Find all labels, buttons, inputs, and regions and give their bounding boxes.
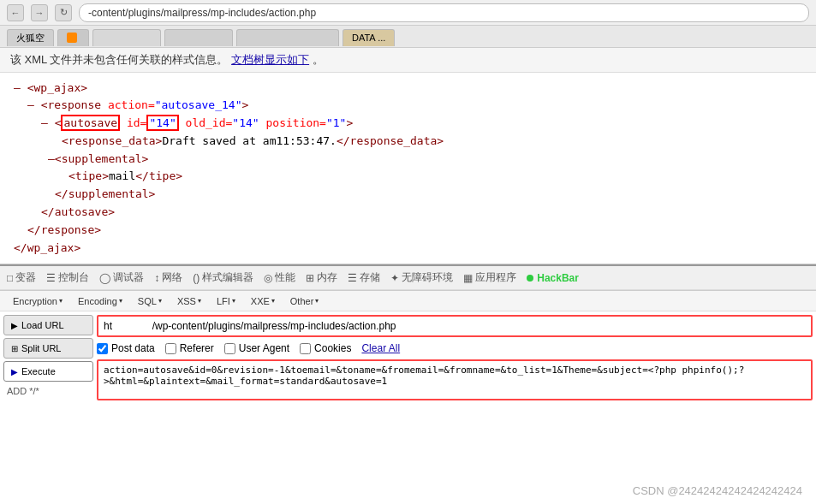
refresh-button[interactable]: ↻ xyxy=(55,4,72,21)
devtools-icon-perf[interactable]: ◎ 性能 xyxy=(264,270,295,285)
hackbar-menu-encryption[interactable]: Encryption ▾ xyxy=(7,294,68,308)
tab-1[interactable]: 火狐空 xyxy=(7,29,54,46)
hackbar-label-text: HackBar xyxy=(537,272,579,284)
cookies-checkbox-label[interactable]: Cookies xyxy=(300,342,351,354)
tab-data-label: DATA ... xyxy=(352,33,385,43)
hackbar-body: ▶ Load URL ⊞ Split URL ▶ Execute ADD */*… xyxy=(0,311,816,404)
forward-button[interactable]: → xyxy=(31,4,48,21)
xml-line-3: – <autosave id="14" old_id="14" position… xyxy=(14,115,802,133)
hackbar-menu-bar: Encryption ▾ Encoding ▾ SQL ▾ XSS ▾ LFI … xyxy=(0,291,816,311)
encryption-arrow-icon: ▾ xyxy=(59,297,63,305)
execute-play-icon: ▶ xyxy=(11,367,18,377)
xml-line-5: –<supplemental> xyxy=(14,151,802,169)
cookies-checkbox[interactable] xyxy=(300,343,311,354)
hackbar-menu-other[interactable]: Other ▾ xyxy=(284,294,325,308)
load-url-button[interactable]: ▶ Load URL xyxy=(3,315,93,335)
lfi-arrow-icon: ▾ xyxy=(232,297,235,305)
devtools-icon-debugger[interactable]: ◯ 调试器 xyxy=(99,270,144,285)
sql-arrow-icon: ▾ xyxy=(158,297,162,305)
referer-checkbox-label[interactable]: Referer xyxy=(165,342,214,354)
load-url-icon: ▶ xyxy=(11,321,18,330)
xss-arrow-icon: ▾ xyxy=(198,297,201,305)
xml-line-1: – <wp_ajax> xyxy=(14,80,802,98)
devtools-icon-inspector[interactable]: □ 变器 xyxy=(7,270,36,285)
tab-2[interactable] xyxy=(57,29,89,46)
postdata-label: Post data xyxy=(111,342,155,354)
execute-label: Execute xyxy=(21,366,56,377)
back-button[interactable]: ← xyxy=(7,4,24,21)
clear-all-button[interactable]: Clear All xyxy=(361,342,400,354)
xml-info-bar: 该 XML 文件并未包含任何关联的样式信息。 文档树显示如下 。 xyxy=(0,48,816,73)
cookies-label: Cookies xyxy=(314,342,351,354)
hackbar-menu-xss[interactable]: XSS ▾ xyxy=(171,294,207,308)
devtools-icon-style[interactable]: () 样式编辑器 xyxy=(193,270,253,285)
hackbar-dot-icon xyxy=(527,275,533,282)
browser-chrome: ← → ↻ -content/plugins/mailpress/mp-incl… xyxy=(0,0,816,26)
checkbox-row: Post data Referer User Agent Cookies Cle… xyxy=(97,341,813,356)
tab-label: 火狐空 xyxy=(16,32,45,44)
xxe-arrow-icon: ▾ xyxy=(271,297,275,305)
hackbar-menu-encoding[interactable]: Encoding ▾ xyxy=(72,294,128,308)
useragent-checkbox[interactable] xyxy=(224,343,235,354)
hackbar-tab[interactable]: HackBar xyxy=(527,272,579,284)
tab-3[interactable] xyxy=(92,29,161,46)
xml-content: – <wp_ajax> – <response action="autosave… xyxy=(0,73,816,265)
hackbar-right-panel: Post data Referer User Agent Cookies Cle… xyxy=(97,315,813,400)
hackbar-menu-sql[interactable]: SQL ▾ xyxy=(132,294,168,308)
xml-line-9: </response> xyxy=(14,222,802,240)
hackbar-menu-xxe[interactable]: XXE ▾ xyxy=(245,294,281,308)
xml-line-2: – <response action="autosave_14"> xyxy=(14,97,802,115)
tab-bar: 火狐空 DATA ... xyxy=(0,26,816,48)
useragent-checkbox-label[interactable]: User Agent xyxy=(224,342,289,354)
devtools-bar: □ 变器 ☰ 控制台 ◯ 调试器 ↕ 网络 () 样式编辑器 ◎ 性能 ⊞ 内存… xyxy=(0,264,816,290)
url-input[interactable] xyxy=(97,315,813,337)
xml-line-8: </autosave> xyxy=(14,204,802,222)
xml-line-10: </wp_ajax> xyxy=(14,240,802,258)
tab-5[interactable] xyxy=(236,29,339,46)
devtools-icon-a11y[interactable]: ✦ 无障碍环境 xyxy=(390,270,453,285)
xml-info-message: 该 XML 文件并未包含任何关联的样式信息。 xyxy=(10,53,228,66)
split-url-button[interactable]: ⊞ Split URL xyxy=(3,338,93,359)
tab-4[interactable] xyxy=(164,29,233,46)
xml-info-link[interactable]: 文档树显示如下 xyxy=(231,53,309,66)
devtools-icon-console[interactable]: ☰ 控制台 xyxy=(46,270,89,285)
devtools-icon-app[interactable]: ▦ 应用程序 xyxy=(463,270,516,285)
split-url-label: Split URL xyxy=(21,343,61,353)
xml-line-6: <tipe>mail</tipe> xyxy=(14,168,802,186)
xml-info-suffix: 。 xyxy=(313,53,324,66)
tab-data[interactable]: DATA ... xyxy=(342,29,395,46)
devtools-icon-storage[interactable]: ☰ 存储 xyxy=(348,270,380,285)
execute-button[interactable]: ▶ Execute xyxy=(3,361,93,382)
post-data-textarea[interactable]: action=autosave&id=0&revision=-1&toemail… xyxy=(97,359,813,400)
watermark: CSDN @24242424242424242424 xyxy=(633,484,802,497)
hackbar-left-panel: ▶ Load URL ⊞ Split URL ▶ Execute ADD */* xyxy=(3,315,93,400)
hackbar-menu-lfi[interactable]: LFI ▾ xyxy=(211,294,241,308)
devtools-icon-network[interactable]: ↕ 网络 xyxy=(154,270,182,285)
address-bar[interactable]: -content/plugins/mailpress/mp-includes/a… xyxy=(79,3,809,22)
referer-checkbox[interactable] xyxy=(165,343,176,354)
split-url-icon: ⊞ xyxy=(11,344,18,353)
encoding-arrow-icon: ▾ xyxy=(119,297,122,305)
devtools-icon-memory[interactable]: ⊞ 内存 xyxy=(306,270,337,285)
add-label: ADD */* xyxy=(3,384,93,398)
load-url-label: Load URL xyxy=(21,320,64,330)
referer-label: Referer xyxy=(180,342,214,354)
xml-line-4: <response_data>Draft saved at am11:53:47… xyxy=(14,133,802,151)
useragent-label: User Agent xyxy=(239,342,289,354)
other-arrow-icon: ▾ xyxy=(315,297,319,305)
address-text: -content/plugins/mailpress/mp-includes/a… xyxy=(88,7,316,19)
postdata-checkbox-label[interactable]: Post data xyxy=(97,342,155,354)
postdata-checkbox[interactable] xyxy=(97,343,108,354)
xml-line-7: </supplemental> xyxy=(14,186,802,204)
hackbar-panel: Encryption ▾ Encoding ▾ SQL ▾ XSS ▾ LFI … xyxy=(0,290,816,404)
